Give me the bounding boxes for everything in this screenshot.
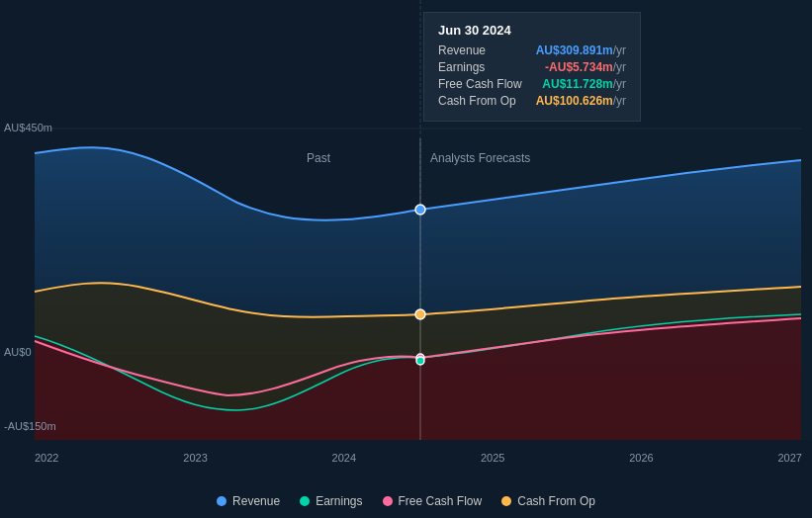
tooltip-value-revenue: AU$309.891m/yr: [536, 43, 626, 57]
tooltip-label-fcf: Free Cash Flow: [438, 77, 522, 91]
tooltip-date: Jun 30 2024: [438, 23, 626, 38]
cashfromop-dot: [415, 309, 425, 319]
tooltip-row-fcf: Free Cash Flow AU$11.728m/yr: [438, 77, 626, 91]
legend-item-cashop: Cash From Op: [501, 494, 595, 508]
legend-item-fcf: Free Cash Flow: [383, 494, 483, 508]
legend-dot-earnings: [300, 496, 310, 506]
x-label-2023: 2023: [183, 452, 207, 464]
y-label-top: AU$450m: [4, 122, 52, 133]
legend-label-fcf: Free Cash Flow: [399, 494, 483, 508]
earnings-dot: [416, 357, 424, 365]
tooltip-label-earnings: Earnings: [438, 60, 485, 74]
x-label-2022: 2022: [35, 452, 58, 464]
tooltip-label-cashop: Cash From Op: [438, 94, 516, 108]
chart-svg: [0, 0, 812, 470]
tooltip-row-revenue: Revenue AU$309.891m/yr: [438, 43, 626, 57]
legend-item-earnings: Earnings: [300, 494, 362, 508]
tooltip-value-fcf: AU$11.728m/yr: [542, 77, 626, 91]
y-label-bot: -AU$150m: [4, 420, 56, 432]
x-axis: 2022 2023 2024 2025 2026 2027: [35, 452, 802, 464]
x-label-2024: 2024: [332, 452, 356, 464]
legend: Revenue Earnings Free Cash Flow Cash Fro…: [0, 494, 812, 508]
chart-container: AU$450m AU$0 -AU$150m Past Analysts Fore…: [0, 0, 812, 518]
x-label-2025: 2025: [481, 452, 504, 464]
legend-label-earnings: Earnings: [316, 494, 362, 508]
y-label-mid: AU$0: [4, 346, 32, 358]
tooltip-row-earnings: Earnings -AU$5.734m/yr: [438, 60, 626, 74]
past-label: Past: [307, 148, 330, 166]
legend-dot-fcf: [383, 496, 393, 506]
tooltip: Jun 30 2024 Revenue AU$309.891m/yr Earni…: [423, 12, 641, 122]
forecast-label: Analysts Forecasts: [430, 148, 530, 166]
legend-dot-cashop: [501, 496, 511, 506]
revenue-dot: [415, 205, 425, 215]
x-label-2026: 2026: [629, 452, 653, 464]
legend-label-cashop: Cash From Op: [517, 494, 595, 508]
x-label-2027: 2027: [777, 452, 801, 464]
legend-item-revenue: Revenue: [217, 494, 280, 508]
legend-label-revenue: Revenue: [232, 494, 280, 508]
tooltip-label-revenue: Revenue: [438, 43, 486, 57]
tooltip-row-cashop: Cash From Op AU$100.626m/yr: [438, 94, 626, 108]
tooltip-value-cashop: AU$100.626m/yr: [536, 94, 626, 108]
legend-dot-revenue: [217, 496, 226, 506]
tooltip-value-earnings: -AU$5.734m/yr: [545, 60, 626, 74]
